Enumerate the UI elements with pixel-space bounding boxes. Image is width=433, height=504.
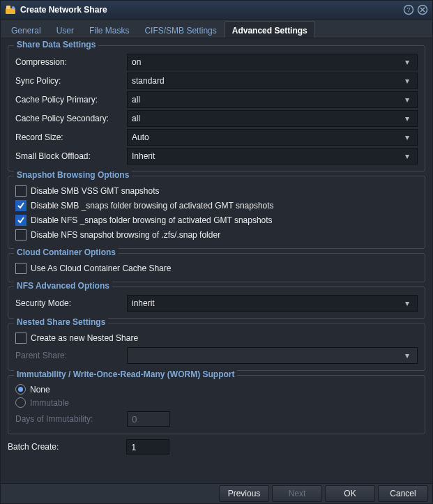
batch-row: Batch Create: [8, 438, 425, 455]
small-block-combo[interactable]: Inherit▾ [127, 148, 418, 165]
compression-combo[interactable]: on▾ [127, 54, 418, 70]
chevron-down-icon: ▾ [402, 298, 413, 308]
group-nested: Nested Share Settings Create as new Nest… [8, 323, 425, 371]
chevron-down-icon: ▾ [402, 57, 413, 67]
sync-policy-combo[interactable]: standard▾ [127, 72, 418, 89]
group-share-data: Share Data Settings Compression: on▾ Syn… [8, 45, 425, 171]
label-security-mode: Security Mode: [15, 298, 127, 308]
svg-text:?: ? [407, 6, 410, 13]
disable-nfs-snaps-label: Disable NFS _snaps folder browsing of ac… [31, 215, 273, 225]
legend-worm: Immutability / Write-Once-Read-Many (WOR… [14, 369, 237, 379]
label-batch-create: Batch Create: [8, 442, 126, 452]
next-button: Next [272, 485, 322, 502]
parent-share-combo: ▾ [127, 347, 418, 364]
tabstrip: General User File Masks CIFS/SMB Setting… [1, 20, 432, 38]
group-worm: Immutability / Write-Once-Read-Many (WOR… [8, 375, 425, 434]
dialog-title: Create Network Share [20, 5, 400, 15]
worm-immutable-radio[interactable] [15, 397, 26, 408]
close-icon[interactable] [417, 4, 428, 15]
group-snapshot: Snapshot Browsing Options Disable SMB VS… [8, 176, 425, 249]
previous-button[interactable]: Previous [219, 485, 269, 502]
cancel-button[interactable]: Cancel [378, 485, 428, 502]
batch-create-input[interactable] [126, 439, 169, 455]
tab-user[interactable]: User [49, 21, 82, 38]
tab-general[interactable]: General [3, 21, 49, 38]
label-parent-share: Parent Share: [15, 351, 127, 360]
legend-nfs: NFS Advanced Options [14, 281, 112, 291]
group-cloud: Cloud Container Options Use As Cloud Con… [8, 253, 425, 282]
disable-nfs-snaps-checkbox[interactable] [15, 215, 26, 226]
svg-rect-1 [6, 6, 10, 9]
days-immutability-input [127, 411, 170, 427]
chevron-down-icon: ▾ [402, 95, 413, 105]
create-nested-label: Create as new Nested Share [31, 333, 138, 343]
tab-advanced-settings[interactable]: Advanced Settings [225, 21, 315, 38]
tab-cifs-smb-settings[interactable]: CIFS/SMB Settings [137, 21, 224, 38]
disable-smb-snaps-label: Disable SMB _snaps folder browsing of ac… [31, 201, 274, 211]
help-icon[interactable]: ? [403, 4, 414, 15]
dialog-footer: Previous Next OK Cancel [1, 483, 432, 503]
share-wizard-icon [5, 4, 16, 15]
label-cache-primary: Cache Policy Primary: [15, 95, 127, 105]
label-record-size: Record Size: [15, 132, 127, 142]
cloud-cache-checkbox[interactable] [15, 263, 26, 274]
chevron-down-icon: ▾ [402, 132, 413, 142]
label-small-block: Small Block Offload: [15, 151, 127, 161]
ok-button[interactable]: OK [325, 485, 375, 502]
disable-smb-snaps-checkbox[interactable] [15, 200, 26, 211]
legend-share-data: Share Data Settings [14, 40, 98, 49]
disable-smb-vss-checkbox[interactable] [15, 185, 26, 197]
worm-none-label: None [30, 385, 50, 395]
titlebar: Create Network Share ? [1, 1, 432, 20]
legend-nested: Nested Share Settings [14, 317, 108, 327]
create-nested-checkbox[interactable] [15, 333, 26, 344]
cache-primary-combo[interactable]: all▾ [127, 91, 418, 108]
svg-rect-0 [6, 8, 15, 14]
group-nfs: NFS Advanced Options Security Mode: inhe… [8, 287, 425, 319]
disable-nfs-zfs-label: Disable NFS snapshot browsing of .zfs/.s… [31, 230, 220, 240]
chevron-down-icon: ▾ [402, 351, 413, 360]
worm-immutable-label: Immutable [30, 398, 69, 408]
dialog-body: Share Data Settings Compression: on▾ Syn… [1, 38, 432, 483]
label-cache-secondary: Cache Policy Secondary: [15, 114, 127, 123]
disable-nfs-zfs-checkbox[interactable] [15, 229, 26, 240]
security-mode-combo[interactable]: inherit▾ [127, 295, 418, 312]
cache-secondary-combo[interactable]: all▾ [127, 110, 418, 127]
legend-cloud: Cloud Container Options [14, 247, 119, 257]
svg-point-2 [12, 6, 15, 9]
record-size-combo[interactable]: Auto▾ [127, 129, 418, 146]
tab-file-masks[interactable]: File Masks [82, 21, 137, 38]
label-days-immutability: Days of Immutability: [15, 414, 127, 424]
chevron-down-icon: ▾ [402, 151, 413, 161]
chevron-down-icon: ▾ [402, 76, 413, 86]
label-sync-policy: Sync Policy: [15, 76, 127, 86]
chevron-down-icon: ▾ [402, 114, 413, 123]
label-compression: Compression: [15, 57, 127, 67]
legend-snapshot: Snapshot Browsing Options [14, 170, 132, 180]
dialog-window: Create Network Share ? General User File… [0, 0, 433, 504]
cloud-cache-label: Use As Cloud Container Cache Share [31, 264, 171, 273]
worm-none-radio[interactable] [15, 384, 26, 395]
disable-smb-vss-label: Disable SMB VSS GMT snapshots [31, 186, 160, 196]
